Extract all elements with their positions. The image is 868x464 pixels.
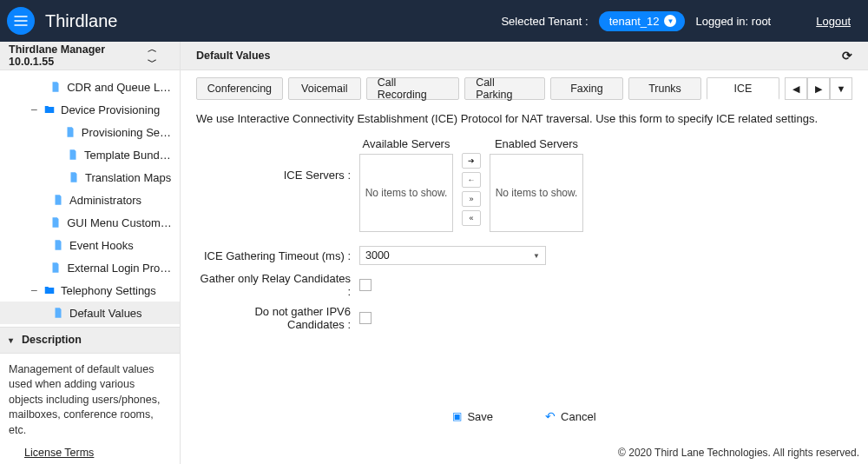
move-all-right-button[interactable]: » <box>462 191 481 207</box>
sidebar-item-device-provisioning[interactable]: −Device Provisioning <box>0 98 180 121</box>
nav-label: Event Hooks <box>69 239 134 252</box>
file-icon <box>64 126 76 138</box>
top-bar: Thirdlane Selected Tenant : tenant_12 ▼ … <box>0 0 868 42</box>
relay-label: Gather only Relay Candidates : <box>196 272 359 298</box>
tenant-name: tenant_12 <box>609 15 660 28</box>
sidebar-item-template-bundles[interactable]: Template Bundles <box>0 143 180 166</box>
tab-call-recording[interactable]: Call Recording <box>366 77 459 100</box>
description-body: Management of default values used when a… <box>0 354 180 446</box>
nav-label: Translation Maps <box>85 171 171 184</box>
refresh-icon[interactable]: ⟳ <box>842 49 852 63</box>
sidebar-item-external-login-provi[interactable]: External Login Provi... <box>0 256 180 279</box>
footer-copyright: © 2020 Third Lane Technologies. All righ… <box>609 441 868 464</box>
enabled-servers-list[interactable]: No items to show. <box>490 154 583 232</box>
ipv6-label: Do not gather IPV6 Candidates : <box>196 305 359 331</box>
sidebar-item-default-values[interactable]: Default Values <box>0 302 180 324</box>
nav-label: Default Values <box>69 307 142 320</box>
description-title: Description <box>22 334 82 346</box>
ice-servers-label: ICE Servers : <box>196 137 359 182</box>
nav-label: External Login Provi... <box>67 262 173 275</box>
shuttle-controls: ➔ ← » « <box>453 137 490 226</box>
chevron-down-icon: ▼ <box>664 15 676 27</box>
sidebar: Thirdlane Manager 10.0.1.55 ︿ ﹀ CDR and … <box>0 42 181 464</box>
sidebar-item-event-hooks[interactable]: Event Hooks <box>0 234 180 256</box>
tab-dropdown-button[interactable]: ▼ <box>830 77 852 100</box>
enabled-servers-title: Enabled Servers <box>495 137 578 150</box>
tab-conferencing[interactable]: Conferencing <box>196 77 283 100</box>
main-header: Default Values ⟳ <box>181 42 868 70</box>
tab-nav: ◀ ▶ ▼ <box>785 77 852 100</box>
nav-label: CDR and Queue Logs <box>67 81 173 94</box>
nav-label: Template Bundles <box>84 149 173 162</box>
timeout-label: ICE Gathering Timeout (ms) : <box>196 249 359 262</box>
file-icon <box>52 307 64 319</box>
selected-tenant-label: Selected Tenant : <box>501 15 588 28</box>
chevron-down-icon: ▾ <box>9 335 13 345</box>
sidebar-item-cdr-and-queue-logs[interactable]: CDR and Queue Logs <box>0 76 180 98</box>
sidebar-item-gui-menu-customiz[interactable]: GUI Menu Customiz... <box>0 211 180 234</box>
timeout-value: 3000 <box>365 249 390 262</box>
brand-name: Thirdlane <box>45 11 117 31</box>
tab-call-parking[interactable]: Call Parking <box>464 77 545 100</box>
page-title: Default Values <box>196 50 270 62</box>
timeout-select[interactable]: 3000 ▼ <box>359 246 546 265</box>
sidebar-header: Thirdlane Manager 10.0.1.55 ︿ ﹀ <box>0 42 180 70</box>
main-panel: Default Values ⟳ ConferencingVoicemailCa… <box>181 42 868 464</box>
intro-text: We use Interactive Connectivity Establis… <box>196 112 852 125</box>
file-icon <box>49 216 62 229</box>
tab-next-button[interactable]: ▶ <box>807 77 830 100</box>
file-icon <box>49 81 62 93</box>
description-header[interactable]: ▾ Description <box>0 328 180 354</box>
cancel-button[interactable]: ↶ Cancel <box>545 409 595 423</box>
sidebar-item-translation-maps[interactable]: Translation Maps <box>0 166 180 189</box>
brand-logo <box>7 7 35 35</box>
nav-label: Telephony Settings <box>61 284 156 297</box>
save-button[interactable]: ▣ Save <box>452 409 493 423</box>
nav-tree: CDR and Queue Logs−Device ProvisioningPr… <box>0 70 180 327</box>
file-icon <box>52 239 64 251</box>
tab-bar: ConferencingVoicemailCall RecordingCall … <box>181 70 868 100</box>
available-servers-title: Available Servers <box>363 137 450 150</box>
logout-link[interactable]: Logout <box>816 15 851 28</box>
tenant-selector[interactable]: tenant_12 ▼ <box>599 11 686 31</box>
file-icon <box>52 194 64 206</box>
sidebar-collapse-icons[interactable]: ︿ ﹀ <box>148 43 171 69</box>
tab-faxing[interactable]: Faxing <box>550 77 623 100</box>
available-servers-list[interactable]: No items to show. <box>359 154 453 232</box>
nav-label: GUI Menu Customiz... <box>67 216 173 229</box>
tab-voicemail[interactable]: Voicemail <box>288 77 361 100</box>
nav-label: Device Provisioning <box>61 103 160 116</box>
move-all-left-button[interactable]: « <box>462 210 481 226</box>
folder-icon <box>43 284 56 296</box>
header-right: Selected Tenant : tenant_12 ▼ Logged in:… <box>501 11 851 31</box>
sidebar-item-administrators[interactable]: Administrators <box>0 189 180 211</box>
file-icon <box>67 149 79 161</box>
sidebar-item-provisioning-setti[interactable]: Provisioning Setti... <box>0 121 180 143</box>
tab-trunks[interactable]: Trunks <box>628 77 701 100</box>
undo-icon: ↶ <box>545 409 556 423</box>
caret-down-icon: ▼ <box>533 252 540 260</box>
tab-ice[interactable]: ICE <box>707 77 779 100</box>
relay-checkbox[interactable] <box>359 279 372 291</box>
sidebar-item-telephony-settings[interactable]: −Telephony Settings <box>0 279 180 302</box>
move-right-button[interactable]: ➔ <box>462 153 481 169</box>
save-icon: ▣ <box>452 410 462 422</box>
folder-icon <box>43 103 56 116</box>
file-icon <box>49 262 62 274</box>
ipv6-checkbox[interactable] <box>359 312 372 324</box>
file-icon <box>68 171 80 183</box>
logged-in-label: Logged in: root <box>695 15 771 28</box>
license-terms-link[interactable]: License Terms <box>0 445 180 464</box>
tab-prev-button[interactable]: ◀ <box>785 77 807 100</box>
sidebar-title: Thirdlane Manager 10.0.1.55 <box>9 43 148 68</box>
move-left-button[interactable]: ← <box>462 172 481 188</box>
nav-label: Administrators <box>69 194 141 207</box>
nav-label: Provisioning Setti... <box>82 126 173 139</box>
